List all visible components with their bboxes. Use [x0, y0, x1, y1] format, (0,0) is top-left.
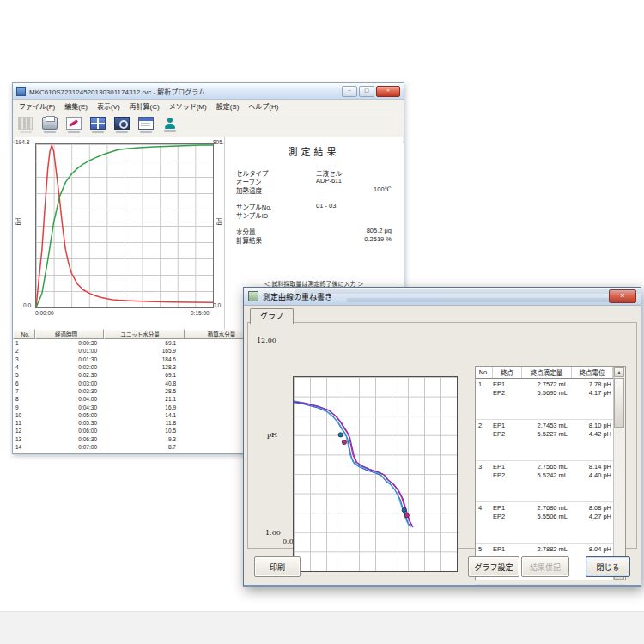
toolbar-review-button[interactable]	[112, 114, 132, 136]
monitor-magnifier-icon	[114, 117, 130, 130]
result-field: サンプルID	[225, 210, 403, 219]
moisture-plot	[35, 143, 214, 308]
menu-item[interactable]: ヘルプ(H)	[248, 101, 278, 111]
aero-glass-artifact	[295, 289, 641, 294]
result-field: オーブンADP-611	[225, 177, 403, 185]
toolbar-report-button[interactable]	[15, 114, 36, 136]
menu-item[interactable]: メソッド(M)	[169, 101, 207, 111]
graph-window-icon	[138, 117, 154, 130]
y-left-max-label: 194.8	[15, 139, 29, 145]
window-title: MKC610S723124520130301174312.rvc - 解析プログ…	[29, 87, 205, 96]
show-results-button[interactable]: 結果併記	[521, 556, 569, 577]
y-left-unit-label: μg	[16, 218, 22, 226]
moisture-chart-area: 194.8 0.0 805.3 0.0 μg μg 0:00:00 0:15:0…	[15, 137, 224, 329]
column-header[interactable]: ユニット水分量	[104, 329, 185, 339]
moisture-curves	[36, 144, 213, 307]
scroll-up-icon[interactable]: ▲	[614, 367, 624, 377]
column-header[interactable]: 終点滴定量	[522, 367, 572, 378]
dialog-titlebar[interactable]: 測定曲線の重ね書き ×	[244, 288, 641, 306]
column-header[interactable]: 経過時間	[35, 329, 104, 339]
ph-max-label: 12.00	[257, 337, 276, 344]
x-start-label: 0:00:00	[35, 310, 54, 316]
app-icon	[16, 87, 26, 96]
endpoint-row-group[interactable]: 4EP1EP22.7680 mL5.5506 mL8.08 pH4.27 pH	[476, 502, 625, 544]
dialog-icon	[248, 291, 258, 301]
menu-item[interactable]: 再計算(C)	[130, 101, 160, 111]
endpoint-table-header: No.終点終点滴定量終点電位	[476, 367, 625, 379]
graph-settings-button[interactable]: グラフ設定	[468, 556, 519, 577]
aero-glass-artifact	[347, 298, 630, 302]
result-field: 計算結果0.2519 %	[225, 235, 403, 244]
endpoint-row-group[interactable]: 3EP1EP22.7565 mL5.5242 mL8.14 pH4.40 pH	[476, 461, 625, 502]
report-chart-icon	[18, 117, 33, 130]
toolbar-graph-edit-button[interactable]	[64, 114, 84, 136]
close-dialog-button[interactable]: 閉じる	[586, 556, 630, 577]
maximize-button[interactable]: ▢	[359, 86, 374, 97]
page-footer-band	[0, 611, 644, 644]
result-field: 水分量805.2 μg	[225, 227, 403, 235]
table-scrollbar[interactable]: ▲ ▼	[613, 367, 625, 580]
endpoint-table: No.終点終点滴定量終点電位 1EP1EP22.7572 mL5.5695 mL…	[475, 366, 626, 580]
column-header[interactable]: No.	[476, 367, 493, 378]
print-button[interactable]: 印刷	[254, 556, 301, 577]
result-field: サンプルNo.01 - 03	[225, 202, 403, 210]
x-end-label: 0:15:00	[191, 310, 210, 316]
menu-item[interactable]: 表示(V)	[97, 101, 120, 111]
titration-curves	[294, 377, 457, 571]
ph-axis-label: pH	[267, 431, 277, 439]
result-field: セルタイプ二液セル	[225, 168, 403, 177]
user-icon	[163, 118, 177, 129]
toolbar-graphs-button[interactable]	[136, 114, 156, 136]
toolbar-print-button[interactable]	[39, 114, 60, 136]
tab-page: 12.00 1.00 pH 0.0000 mL 8.0000 No.終点終点滴定…	[247, 322, 637, 549]
back-window-titlebar[interactable]: MKC610S723124520130301174312.rvc - 解析プログ…	[13, 83, 404, 100]
endpoint-table-body: 1EP1EP22.7572 mL5.5695 mL7.78 pH4.17 pH2…	[476, 379, 625, 585]
graph-pen-icon	[66, 117, 82, 130]
results-fields: セルタイプ二液セルオーブンADP-611加熱温度100℃サンプルNo.01 - …	[225, 168, 403, 244]
minimize-button[interactable]: –	[342, 86, 357, 97]
column-header[interactable]: 終点	[493, 367, 522, 378]
toolbar-user-button[interactable]	[160, 114, 180, 136]
toolbar-cell-button[interactable]	[88, 114, 108, 136]
y-right-unit-label: μg	[217, 218, 223, 226]
endpoint-row-group[interactable]: 1EP1EP22.7572 mL5.5695 mL7.78 pH4.17 pH	[476, 379, 625, 420]
results-title: 測定結果	[225, 144, 403, 158]
scroll-thumb[interactable]	[614, 378, 624, 428]
ph-plot	[293, 376, 458, 572]
overlay-curves-dialog: 測定曲線の重ね書き × グラフ 12.00 1.00 pH 0.0000 mL …	[243, 287, 641, 587]
menu-bar: ファイル(F)編集(E)表示(V)再計算(C)メソッド(M)設定(S)ヘルプ(H…	[13, 100, 404, 112]
close-button[interactable]: ×	[376, 86, 400, 97]
menu-item[interactable]: 編集(E)	[64, 101, 88, 111]
endpoint-row-group[interactable]: 2EP1EP22.7453 mL5.5227 mL8.10 pH4.42 pH	[476, 420, 625, 461]
y-right-min-label: 0.0	[213, 302, 221, 308]
tab-graph[interactable]: グラフ	[250, 308, 294, 324]
y-left-min-label: 0.0	[23, 302, 31, 308]
column-header[interactable]: 終点電位	[572, 367, 613, 378]
cell-grid-icon	[90, 117, 106, 130]
column-header[interactable]: No.	[13, 329, 35, 339]
menu-item[interactable]: 設定(S)	[216, 101, 240, 111]
ph-min-label: 1.00	[265, 529, 281, 537]
printer-icon	[42, 117, 58, 130]
result-field: 加熱温度100℃	[225, 185, 403, 194]
menu-item[interactable]: ファイル(F)	[19, 101, 55, 111]
